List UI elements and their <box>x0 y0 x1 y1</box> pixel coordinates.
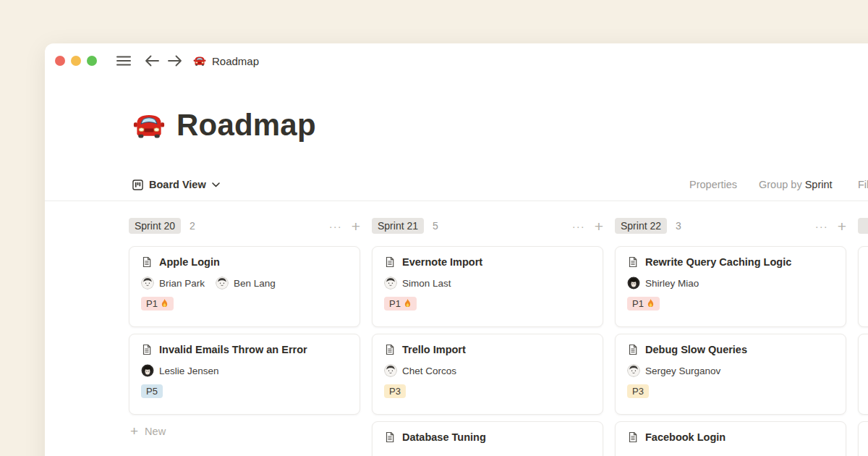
page-doc-icon <box>141 256 153 268</box>
car-icon <box>193 54 206 67</box>
breadcrumb[interactable]: Roadmap <box>193 54 259 67</box>
fire-icon <box>647 299 655 308</box>
assignee: Leslie Jensen <box>141 364 219 377</box>
card-title: Rewrite Query Caching Logic <box>645 256 791 268</box>
avatar-ben-lang <box>216 276 229 290</box>
hamburger-menu-icon[interactable] <box>116 55 132 67</box>
card-debug-slow-queries[interactable]: Debug Slow Queries Sergey Surganov P3 <box>615 334 846 415</box>
avatar-shirley-miao <box>627 276 640 290</box>
assignee-name: Leslie Jensen <box>159 366 219 376</box>
card-evernote-import[interactable]: Evernote Import Simon Last P1 <box>372 246 603 327</box>
card-invalid-emails[interactable]: Invalid Emails Throw an Error Leslie Jen… <box>129 334 360 415</box>
assignee: Chet Corcos <box>384 364 456 377</box>
card-title: Trello Import <box>402 344 466 355</box>
assignee: Brian Park <box>141 276 205 290</box>
board-column-sprint-22: Sprint 22 3 ··· + Rewrite Query Caching … <box>615 217 846 456</box>
breadcrumb-title: Roadmap <box>212 55 259 67</box>
priority-label: P3 <box>389 386 401 397</box>
column-add-icon[interactable]: + <box>838 219 846 234</box>
forward-arrow-icon[interactable] <box>167 54 183 67</box>
column-header: Sprint 22 3 ··· + <box>615 217 846 235</box>
card-partial[interactable] <box>858 334 868 415</box>
window-titlebar: Roadmap <box>45 43 868 78</box>
priority-badge: P1 <box>384 297 417 311</box>
avatar-chet-corcos <box>384 364 397 377</box>
card-facebook-login[interactable]: Facebook Login <box>615 421 846 456</box>
card-title: Database Tuning <box>402 431 486 443</box>
priority-label: P1 <box>389 298 401 309</box>
priority-label: P3 <box>632 386 644 397</box>
card-title: Facebook Login <box>645 431 726 443</box>
plus-icon: + <box>130 424 138 438</box>
column-header <box>858 217 868 235</box>
avatar-simon-last <box>384 276 397 290</box>
filter-button[interactable]: Filter <box>858 174 868 195</box>
app-window: Roadmap Roadmap Board View Prope <box>45 43 868 456</box>
card-apple-login[interactable]: Apple Login Brian Park Ben Lang P1 <box>129 246 360 327</box>
page-header: Roadmap <box>132 109 316 142</box>
assignee-name: Shirley Miao <box>645 278 699 289</box>
board-view-icon <box>132 180 143 190</box>
toolbar-divider <box>45 200 868 201</box>
card-trello-import[interactable]: Trello Import Chet Corcos P3 <box>372 334 603 415</box>
group-by-label: Group by <box>759 179 805 190</box>
group-by-button[interactable]: Group by Sprint <box>759 174 833 195</box>
priority-badge: P3 <box>627 384 649 398</box>
avatar-brian-park <box>141 276 154 290</box>
view-label: Board View <box>149 174 206 195</box>
column-name-badge: Sprint 22 <box>615 218 667 234</box>
card-partial[interactable] <box>858 421 868 456</box>
column-add-icon[interactable]: + <box>352 219 360 234</box>
view-toolbar: Board View Properties Group by Sprint Fi… <box>45 174 868 195</box>
traffic-light-zoom[interactable] <box>87 56 97 66</box>
traffic-light-close[interactable] <box>55 56 65 66</box>
assignee: Sergey Surganov <box>627 364 720 377</box>
chevron-down-icon <box>212 182 220 187</box>
priority-badge: P3 <box>384 384 406 398</box>
column-count: 3 <box>676 220 681 232</box>
column-add-icon[interactable]: + <box>595 219 603 234</box>
traffic-light-minimize[interactable] <box>71 56 81 66</box>
properties-button[interactable]: Properties <box>689 174 737 195</box>
page-doc-icon <box>627 344 639 355</box>
assignee-name: Ben Lang <box>234 278 276 289</box>
column-more-icon[interactable]: ··· <box>572 221 585 232</box>
page-doc-icon <box>627 256 639 268</box>
new-card-button[interactable]: + New <box>129 424 360 438</box>
assignee: Simon Last <box>384 276 451 290</box>
priority-badge: P1 <box>141 297 174 311</box>
page-car-icon <box>132 109 166 142</box>
page-doc-icon <box>384 256 396 268</box>
column-name-badge: Sprint 21 <box>372 218 424 234</box>
column-more-icon[interactable]: ··· <box>815 221 828 232</box>
page-title: Roadmap <box>176 109 316 142</box>
assignee-name: Simon Last <box>402 278 451 289</box>
board-view-switcher[interactable]: Board View <box>132 174 220 195</box>
column-more-icon[interactable]: ··· <box>329 221 342 232</box>
page-doc-icon <box>384 344 396 355</box>
card-title: Evernote Import <box>402 256 482 268</box>
assignee: Ben Lang <box>216 276 276 290</box>
back-arrow-icon[interactable] <box>144 54 160 67</box>
column-count: 5 <box>433 220 438 232</box>
card-database-tuning[interactable]: Database Tuning <box>372 421 603 456</box>
fire-icon <box>161 299 169 308</box>
card-rewrite-query-caching[interactable]: Rewrite Query Caching Logic Shirley Miao… <box>615 246 846 327</box>
board-column-sprint-20: Sprint 20 2 ··· + Apple Login Brian Park <box>129 217 360 438</box>
page-doc-icon <box>384 431 396 443</box>
screenshot-canvas: Roadmap Roadmap Board View Prope <box>0 0 868 456</box>
column-name-badge: Sprint 20 <box>129 218 181 234</box>
assignee-name: Chet Corcos <box>402 366 456 376</box>
board-column-sprint-21: Sprint 21 5 ··· + Evernote Import Simon … <box>372 217 603 456</box>
card-title: Debug Slow Queries <box>645 344 747 355</box>
card-partial[interactable] <box>858 246 868 327</box>
board-column-partial <box>858 217 868 456</box>
column-header: Sprint 20 2 ··· + <box>129 217 360 235</box>
avatar-leslie-jensen <box>141 364 154 377</box>
new-card-label: New <box>145 426 166 437</box>
column-count: 2 <box>190 220 195 232</box>
column-name-badge <box>858 218 868 234</box>
priority-label: P5 <box>146 386 158 397</box>
page-doc-icon <box>141 344 153 355</box>
priority-label: P1 <box>632 298 644 309</box>
